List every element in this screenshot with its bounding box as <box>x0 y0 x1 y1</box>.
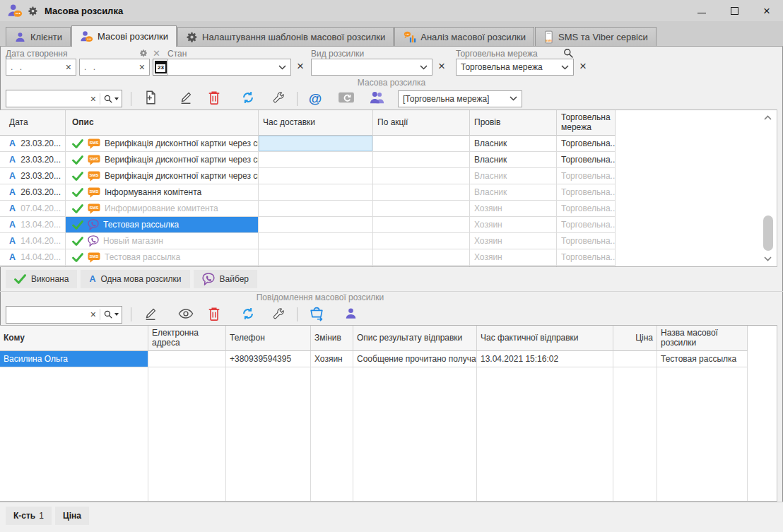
conducted-by-cell[interactable]: Власник <box>470 184 557 201</box>
mailing-table-row[interactable]: A14.04.20...SMSТестовая рассылкаХозяинТо… <box>0 249 777 266</box>
conducted-by-cell[interactable]: Хозяин <box>470 233 557 249</box>
clear-date-from-icon[interactable]: × <box>66 62 71 72</box>
conducted-by-cell[interactable]: Хозяин <box>470 249 557 266</box>
column-header[interactable]: Час фактичної відправки <box>477 326 613 351</box>
column-header-date[interactable]: Дата <box>0 110 66 136</box>
description-cell[interactable]: SMSІнформування комітента <box>66 184 259 201</box>
column-header-conducted-by[interactable]: Провів <box>470 110 557 136</box>
settings-button[interactable] <box>270 90 288 108</box>
date-cell[interactable]: A23.03.20... <box>0 168 66 184</box>
column-header[interactable]: Електронна адреса <box>148 326 226 351</box>
network-cell[interactable]: Торговельна... <box>557 136 616 152</box>
description-cell[interactable]: SMSТестовая рассылка <box>66 249 259 266</box>
send-email-button[interactable]: @ <box>306 90 324 108</box>
delivery-time-cell[interactable] <box>259 217 373 233</box>
network-cell[interactable]: Торговельна... <box>557 168 616 184</box>
close-button[interactable]: × <box>750 0 783 21</box>
description-cell[interactable]: Новый магазин <box>66 233 259 249</box>
date-cell[interactable]: A26.03.20... <box>0 184 66 201</box>
description-cell[interactable]: Тестовая рассылка <box>66 217 259 233</box>
date-cell[interactable]: A14.04.20... <box>0 249 66 266</box>
conducted-by-cell[interactable]: Хозяин <box>470 201 557 217</box>
search-input[interactable] <box>11 309 87 319</box>
recipient-button[interactable] <box>341 305 360 324</box>
delivery-time-cell[interactable] <box>259 233 373 249</box>
date-cell[interactable]: A23.03.20... <box>0 136 66 152</box>
delete-message-button[interactable] <box>205 305 223 324</box>
promo-cell[interactable] <box>373 136 470 152</box>
date-cell[interactable]: A14.04.20... <box>0 233 66 249</box>
conducted-by-cell[interactable]: Власник <box>470 136 557 152</box>
settings-button[interactable] <box>270 305 288 324</box>
scroll-thumb[interactable] <box>763 215 773 251</box>
clear-search-icon[interactable]: × <box>87 93 100 105</box>
date-filter-clear-icon[interactable]: ✕ <box>153 48 160 59</box>
column-header[interactable]: Назва масової розсилки <box>657 326 748 351</box>
refresh-button[interactable] <box>239 90 257 108</box>
scroll-down-icon[interactable] <box>764 256 772 261</box>
price-badge[interactable]: Ціна <box>55 507 89 525</box>
search-icon[interactable] <box>103 94 119 104</box>
network-dropdown[interactable]: [Торговельна мережа] <box>398 90 522 107</box>
conducted-by-cell[interactable]: Хозяин <box>470 217 557 233</box>
message-cell[interactable]: Сообщение прочитано получателем <box>353 351 477 367</box>
column-header[interactable]: Змінив <box>311 326 353 351</box>
delivery-time-cell[interactable] <box>259 152 373 168</box>
kind-select[interactable] <box>311 59 432 76</box>
column-header[interactable]: Кому <box>0 326 148 351</box>
column-header-delivery-time[interactable]: Час доставки <box>259 110 373 136</box>
delivery-time-cell[interactable] <box>259 168 373 184</box>
date-to-input[interactable]: . . × <box>79 59 150 76</box>
promo-cell[interactable] <box>373 201 470 217</box>
message-cell[interactable]: Василина Ольга <box>0 351 148 367</box>
column-header-promo[interactable]: По акції <box>373 110 470 136</box>
clear-date-to-icon[interactable]: × <box>139 62 145 72</box>
tab-sms-viber-services[interactable]: SMS SMS та Viber сервіси <box>535 27 657 46</box>
minimize-button[interactable] <box>685 0 718 21</box>
mailing-table-row[interactable]: A07.04.20...SMSИнформирование комитентаХ… <box>0 201 777 217</box>
delivery-time-cell[interactable] <box>259 184 373 201</box>
network-cell[interactable]: Торговельна... <box>557 152 616 168</box>
edit-message-button[interactable] <box>141 305 160 324</box>
view-message-button[interactable] <box>177 305 195 324</box>
maximize-button[interactable] <box>718 0 750 21</box>
state-clear-icon[interactable]: × <box>297 60 304 72</box>
basket-export-button[interactable] <box>307 305 326 324</box>
promo-cell[interactable] <box>373 168 470 184</box>
tab-template-settings[interactable]: Налаштування шаблонів масової розсилки <box>177 27 394 46</box>
mail-sync-button[interactable] <box>337 90 355 108</box>
message-cell[interactable] <box>148 351 226 367</box>
tab-mass-mailings[interactable]: Масові розсилки <box>71 25 177 47</box>
promo-cell[interactable] <box>373 249 470 266</box>
message-cell[interactable]: +380939594395 <box>226 351 311 367</box>
network-cell[interactable]: Торговельна... <box>557 184 616 201</box>
promo-cell[interactable] <box>373 152 470 168</box>
date-cell[interactable]: A13.04.20... <box>0 217 66 233</box>
network-cell[interactable]: Торговельна... <box>557 233 616 249</box>
network-search-icon[interactable] <box>563 47 574 59</box>
delivery-time-cell[interactable] <box>259 249 373 266</box>
conducted-by-cell[interactable]: Власник <box>470 152 557 168</box>
tab-clients[interactable]: Клієнти <box>6 27 71 46</box>
description-cell[interactable]: SMSИнформирование комитента <box>66 201 259 217</box>
promo-cell[interactable] <box>373 217 470 233</box>
clear-search-icon[interactable]: × <box>87 309 100 320</box>
date-cell[interactable]: A23.03.20... <box>0 152 66 168</box>
description-cell[interactable]: SMSВерифікація дисконтної картки через с… <box>66 136 259 152</box>
network-clear-icon[interactable]: × <box>579 60 587 72</box>
mailing-table-row[interactable]: A13.04.20...Тестовая рассылкаХозяинТорго… <box>0 217 777 233</box>
message-cell[interactable]: Тестовая рассылка <box>657 351 748 367</box>
scroll-up-icon[interactable] <box>764 115 772 120</box>
filter-gear-icon[interactable] <box>139 49 148 57</box>
mailing-table-row[interactable]: A23.03.20...SMSВерифікація дисконтної ка… <box>0 136 777 152</box>
network-cell[interactable]: Торговельна... <box>557 249 616 266</box>
search-input[interactable] <box>11 94 87 104</box>
mailing-table-row[interactable]: A23.03.20...SMSВерифікація дисконтної ка… <box>0 152 777 168</box>
message-cell[interactable]: 13.04.2021 15:16:02 <box>477 351 613 367</box>
search-icon[interactable] <box>103 309 119 319</box>
recipients-button[interactable] <box>368 90 387 108</box>
delete-mailing-button[interactable] <box>205 90 223 108</box>
mailing-searchbox[interactable]: × <box>6 90 122 107</box>
date-cell[interactable]: A07.04.20... <box>0 201 66 217</box>
tab-mailing-analysis[interactable]: Аналіз масової розсилки <box>394 27 534 46</box>
